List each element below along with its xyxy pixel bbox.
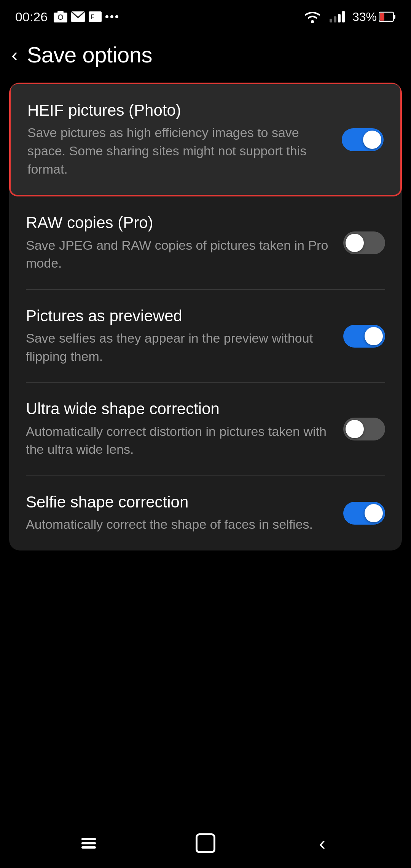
- wifi-icon: [303, 10, 322, 24]
- recents-icon: [81, 838, 96, 849]
- status-bar: 00:26 F: [0, 0, 411, 30]
- heif-toggle-track[interactable]: [342, 128, 384, 151]
- page-title: Save options: [27, 42, 152, 67]
- previewed-desc: Save selfies as they appear in the previ…: [26, 329, 332, 365]
- heif-desc: Save pictures as high efficiency images …: [27, 124, 330, 178]
- selfie-text-block: Selfie shape correction Automatically co…: [26, 493, 332, 534]
- status-right: 33%: [303, 10, 396, 24]
- previewed-toggle-thumb: [365, 327, 383, 345]
- nav-bar: ‹: [0, 819, 411, 868]
- previewed-toggle-track[interactable]: [343, 325, 385, 348]
- heif-toggle-thumb: [363, 131, 381, 149]
- ultra-wide-toggle-thumb: [346, 420, 364, 438]
- selfie-title: Selfie shape correction: [26, 493, 332, 512]
- status-left: 00:26 F: [15, 10, 118, 24]
- svg-rect-10: [380, 13, 384, 21]
- back-nav-button[interactable]: ‹: [307, 828, 338, 858]
- ultra-wide-desc: Automatically correct distortion in pict…: [26, 423, 332, 459]
- settings-container: HEIF pictures (Photo) Save pictures as h…: [9, 83, 402, 550]
- back-nav-icon: ‹: [319, 834, 325, 853]
- notification-icons: F: [54, 11, 118, 22]
- svg-rect-3: [57, 11, 64, 13]
- heif-title: HEIF pictures (Photo): [27, 101, 330, 120]
- heif-toggle[interactable]: [342, 128, 384, 151]
- raw-title: RAW copies (Pro): [26, 213, 332, 232]
- selfie-toggle[interactable]: [343, 502, 385, 525]
- raw-toggle[interactable]: [343, 231, 385, 254]
- svg-point-7: [311, 20, 314, 23]
- app-icon: F: [89, 11, 102, 22]
- recents-button[interactable]: [73, 828, 104, 858]
- selfie-desc: Automatically correct the shape of faces…: [26, 515, 332, 534]
- selfie-toggle-track[interactable]: [343, 502, 385, 525]
- raw-toggle-track[interactable]: [343, 231, 385, 254]
- heif-text-block: HEIF pictures (Photo) Save pictures as h…: [27, 101, 330, 178]
- back-button[interactable]: ‹: [11, 45, 18, 64]
- raw-toggle-thumb: [346, 234, 364, 252]
- home-icon: [196, 833, 215, 853]
- selfie-toggle-thumb: [365, 504, 383, 522]
- selfie-shape-row[interactable]: Selfie shape correction Automatically co…: [9, 476, 402, 550]
- svg-text:F: F: [91, 14, 94, 20]
- signal-icon: [330, 11, 345, 22]
- ultra-wide-toggle[interactable]: [343, 418, 385, 440]
- svg-point-2: [59, 15, 62, 19]
- previewed-title: Pictures as previewed: [26, 306, 332, 326]
- battery-percent: 33%: [352, 10, 377, 24]
- ultra-wide-text-block: Ultra wide shape correction Automaticall…: [26, 399, 332, 459]
- ultra-wide-title: Ultra wide shape correction: [26, 399, 332, 418]
- previewed-toggle[interactable]: [343, 325, 385, 348]
- battery-icon: [379, 11, 396, 22]
- photo-icon: [54, 11, 67, 22]
- pictures-previewed-row[interactable]: Pictures as previewed Save selfies as th…: [9, 290, 402, 383]
- battery-indicator: 33%: [352, 10, 396, 24]
- more-icons: [105, 15, 118, 18]
- heif-pictures-row: HEIF pictures (Photo) Save pictures as h…: [11, 84, 400, 195]
- mail-icon: [71, 11, 85, 22]
- ultra-wide-row[interactable]: Ultra wide shape correction Automaticall…: [9, 383, 402, 475]
- svg-rect-9: [393, 15, 395, 19]
- raw-text-block: RAW copies (Pro) Save JPEG and RAW copie…: [26, 213, 332, 273]
- time-display: 00:26: [15, 10, 48, 24]
- raw-desc: Save JPEG and RAW copies of pictures tak…: [26, 236, 332, 273]
- home-button[interactable]: [190, 828, 221, 858]
- ultra-wide-toggle-track[interactable]: [343, 418, 385, 440]
- heif-pictures-item[interactable]: HEIF pictures (Photo) Save pictures as h…: [9, 83, 402, 196]
- raw-copies-row[interactable]: RAW copies (Pro) Save JPEG and RAW copie…: [9, 196, 402, 289]
- previewed-text-block: Pictures as previewed Save selfies as th…: [26, 306, 332, 366]
- page-header: ‹ Save options: [0, 30, 411, 79]
